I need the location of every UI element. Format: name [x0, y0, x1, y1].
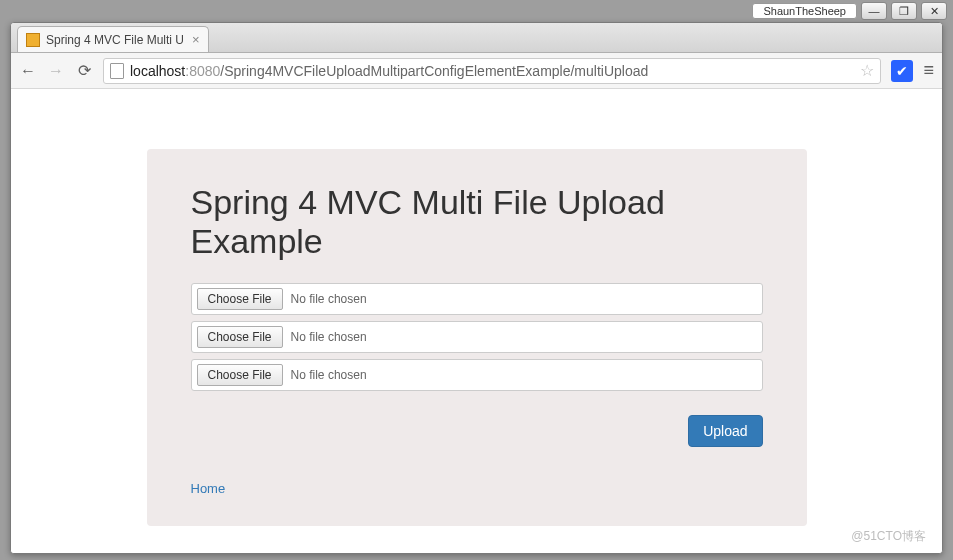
url-path: /Spring4MVCFileUploadMultipartConfigElem…: [220, 63, 648, 79]
tab-strip: Spring 4 MVC File Multi U ×: [11, 23, 942, 53]
viewport: Spring 4 MVC Multi File Upload Example C…: [11, 89, 942, 553]
os-app-name: ShaunTheSheep: [752, 3, 857, 19]
upload-button[interactable]: Upload: [688, 415, 762, 447]
reload-button[interactable]: ⟳: [75, 61, 93, 80]
browser-tab[interactable]: Spring 4 MVC File Multi U ×: [17, 26, 209, 52]
file-status-label: No file chosen: [291, 292, 367, 306]
browser-toolbar: ← → ⟳ localhost:8080/Spring4MVCFileUploa…: [11, 53, 942, 89]
home-link[interactable]: Home: [191, 481, 226, 496]
footer-links: Home: [191, 481, 763, 496]
file-input-row: Choose File No file chosen: [191, 321, 763, 353]
os-titlebar: ShaunTheSheep — ❐ ✕: [752, 2, 947, 20]
url-port: :8080: [185, 63, 220, 79]
choose-file-button[interactable]: Choose File: [197, 364, 283, 386]
browser-window: Spring 4 MVC File Multi U × ← → ⟳ localh…: [10, 22, 943, 554]
back-button[interactable]: ←: [19, 62, 37, 80]
menu-button[interactable]: ≡: [923, 60, 934, 81]
form-actions: Upload: [191, 415, 763, 447]
tab-close-icon[interactable]: ×: [192, 32, 200, 47]
forward-button[interactable]: →: [47, 62, 65, 80]
minimize-button[interactable]: —: [861, 2, 887, 20]
bookmark-star-icon[interactable]: ☆: [860, 61, 874, 80]
file-input-row: Choose File No file chosen: [191, 283, 763, 315]
choose-file-button[interactable]: Choose File: [197, 288, 283, 310]
tab-title: Spring 4 MVC File Multi U: [46, 33, 186, 47]
address-bar[interactable]: localhost:8080/Spring4MVCFileUploadMulti…: [103, 58, 881, 84]
watermark-label: @51CTO博客: [851, 528, 926, 545]
file-status-label: No file chosen: [291, 368, 367, 382]
file-status-label: No file chosen: [291, 330, 367, 344]
close-window-button[interactable]: ✕: [921, 2, 947, 20]
choose-file-button[interactable]: Choose File: [197, 326, 283, 348]
maximize-button[interactable]: ❐: [891, 2, 917, 20]
page-icon: [110, 63, 124, 79]
file-input-row: Choose File No file chosen: [191, 359, 763, 391]
page-heading: Spring 4 MVC Multi File Upload Example: [191, 183, 763, 261]
extension-badge[interactable]: ✔: [891, 60, 913, 82]
url-host: localhost: [130, 63, 185, 79]
content-panel: Spring 4 MVC Multi File Upload Example C…: [147, 149, 807, 526]
favicon-icon: [26, 33, 40, 47]
